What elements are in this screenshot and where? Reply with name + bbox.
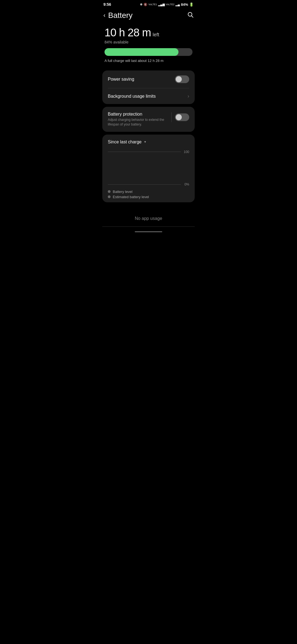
- battery-icon: 🔋: [189, 2, 194, 7]
- status-bar: 9:56 ✽ 🔇 VoLTE1 ▂▄▆ VoLTE2 ▂▄ 84% 🔋: [99, 0, 198, 8]
- dropdown-arrow-icon: ▼: [144, 140, 147, 143]
- lte2-icon: VoLTE2: [166, 3, 174, 6]
- legend-battery-level: Battery level: [108, 190, 189, 194]
- signal-bars-2: ▂▄: [175, 3, 180, 6]
- battery-protection-card: Battery protection Adjust charging behav…: [102, 107, 195, 132]
- chevron-right-icon: ›: [188, 93, 189, 99]
- since-header[interactable]: Since last charge ▼: [108, 140, 189, 144]
- battery-bar-fill: [105, 48, 178, 56]
- battery-protection-sublabel: Adjust charging behavior to extend the l…: [108, 118, 171, 127]
- power-saving-label: Power saving: [108, 77, 134, 82]
- legend-dot-2: [108, 195, 111, 198]
- full-charge-note: A full charge will last about 12 h 28 m: [105, 59, 193, 63]
- status-icons: ✽ 🔇 VoLTE1 ▂▄▆ VoLTE2 ▂▄ 84% 🔋: [140, 2, 194, 7]
- status-time: 9:56: [103, 2, 111, 7]
- mute-icon: 🔇: [144, 3, 147, 6]
- nav-pill: [135, 231, 162, 232]
- battery-protection-text: Battery protection Adjust charging behav…: [108, 112, 171, 127]
- background-usage-row[interactable]: Background usage limits ›: [102, 88, 195, 104]
- search-icon[interactable]: [187, 11, 194, 20]
- chart-legend: Battery level Estimated battery level: [108, 190, 189, 199]
- chart-line-bottom: [108, 184, 181, 185]
- time-remaining: 10 h 28 m: [105, 26, 151, 39]
- signal-bars-1: ▂▄▆: [158, 3, 165, 6]
- lte1-icon: VoLTE1: [148, 3, 157, 6]
- power-saving-toggle[interactable]: [175, 75, 189, 83]
- legend-estimated-level: Estimated battery level: [108, 195, 189, 199]
- chart-label-0: 0%: [185, 182, 189, 186]
- toggle-thumb-2: [176, 114, 182, 120]
- since-last-charge-section: Since last charge ▼ 100 0% Battery level…: [102, 135, 195, 202]
- since-title: Since last charge: [108, 140, 142, 144]
- page-title: Battery: [108, 11, 133, 20]
- legend-label-2: Estimated battery level: [113, 195, 149, 199]
- legend-label-1: Battery level: [113, 190, 133, 194]
- back-button[interactable]: ‹: [103, 12, 105, 18]
- battery-info-section: 10 h 28 m left 84% available A full char…: [99, 22, 198, 68]
- time-label: left: [153, 32, 159, 38]
- battery-bar: [105, 48, 193, 56]
- legend-dot-1: [108, 190, 111, 193]
- svg-line-1: [192, 16, 193, 18]
- background-usage-label: Background usage limits: [108, 94, 156, 99]
- battery-protection-row[interactable]: Battery protection Adjust charging behav…: [102, 107, 195, 132]
- time-left-row: 10 h 28 m left: [105, 26, 193, 39]
- battery-percent: 84%: [181, 2, 188, 7]
- bottom-nav-bar: [99, 227, 198, 234]
- chart-label-100: 100: [184, 150, 189, 154]
- battery-chart: 100 0%: [108, 149, 189, 187]
- header-left: ‹ Battery: [103, 11, 133, 20]
- battery-protection-label: Battery protection: [108, 112, 171, 117]
- chart-line-top: [108, 152, 181, 152]
- power-settings-card: Power saving Background usage limits ›: [102, 70, 195, 104]
- page-header: ‹ Battery: [99, 8, 198, 22]
- no-app-usage: No app usage: [99, 205, 198, 227]
- no-app-usage-text: No app usage: [135, 216, 162, 221]
- bluetooth-icon: ✽: [140, 3, 142, 6]
- percent-available: 84% available: [105, 40, 193, 44]
- battery-protection-toggle[interactable]: [175, 113, 189, 121]
- power-saving-row[interactable]: Power saving: [102, 70, 195, 88]
- toggle-thumb: [176, 76, 182, 82]
- vertical-divider: [171, 112, 172, 122]
